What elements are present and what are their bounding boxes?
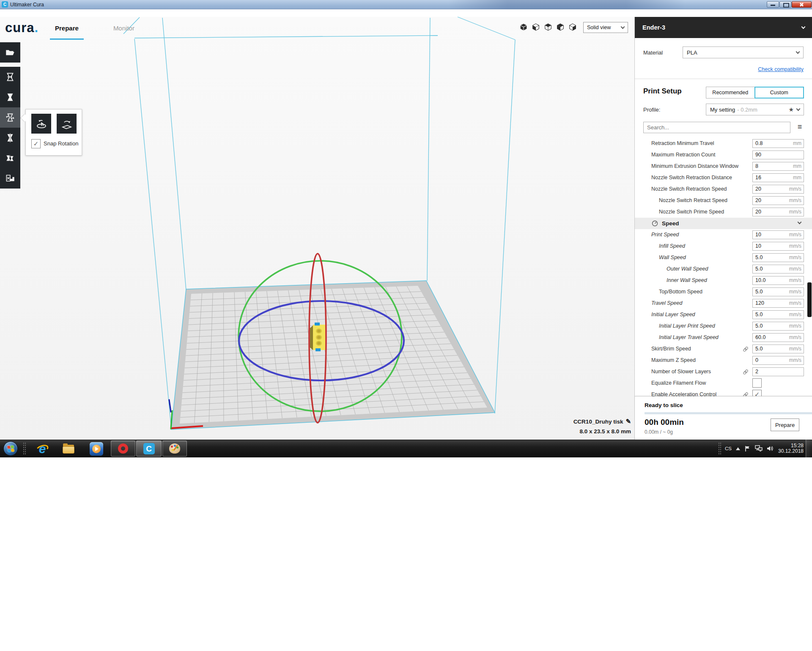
media-player-icon[interactable] bbox=[90, 442, 103, 456]
category-label: Speed bbox=[662, 218, 679, 229]
taskbar-paint-button[interactable] bbox=[162, 440, 187, 457]
custom-button[interactable]: Custom bbox=[754, 87, 804, 98]
setting-value-field[interactable]: 5.0mm/s bbox=[752, 345, 804, 353]
view-front-icon[interactable] bbox=[532, 23, 540, 31]
recommended-button[interactable]: Recommended bbox=[706, 87, 754, 98]
settings-category-speed[interactable]: Speed bbox=[635, 218, 812, 229]
settings-menu-icon[interactable]: ≡ bbox=[795, 122, 805, 133]
setting-value-field[interactable]: 20mm/s bbox=[752, 196, 804, 205]
maximize-button[interactable] bbox=[779, 1, 791, 8]
setting-value-field[interactable]: 5.0mm/s bbox=[752, 253, 804, 262]
taskbar-clock[interactable]: 15:28 30.12.2018 bbox=[778, 443, 804, 454]
internet-explorer-icon[interactable]: e bbox=[36, 442, 49, 456]
show-desktop-button[interactable] bbox=[806, 440, 812, 457]
setting-row: Nozzle Switch Retraction Speed20mm/s bbox=[635, 183, 812, 195]
scrollbar-thumb[interactable] bbox=[807, 282, 812, 317]
reset-rotation-icon bbox=[35, 118, 48, 130]
taskbar-opera-button[interactable] bbox=[111, 440, 135, 457]
windows-explorer-icon[interactable] bbox=[62, 442, 75, 456]
snap-rotation-checkbox[interactable]: ✓ bbox=[31, 139, 41, 148]
action-center-flag-icon[interactable] bbox=[744, 446, 751, 452]
stage-tabs: Prepare Monitor bbox=[50, 22, 140, 40]
language-indicator[interactable]: CS bbox=[725, 446, 732, 451]
search-input[interactable] bbox=[644, 122, 790, 133]
view-left-icon[interactable] bbox=[557, 23, 564, 31]
prepare-button[interactable]: Prepare bbox=[771, 418, 799, 431]
hidden-icons-arrow-icon[interactable] bbox=[736, 447, 740, 450]
setting-value-field[interactable]: 10.0mm/s bbox=[752, 276, 804, 285]
view-top-icon[interactable] bbox=[544, 23, 552, 31]
setting-value-field[interactable]: 0.8mm bbox=[752, 139, 804, 148]
setting-checkbox[interactable]: ✓ bbox=[752, 390, 762, 396]
tray-grip bbox=[718, 442, 721, 455]
material-dropdown[interactable]: PLA bbox=[683, 46, 804, 58]
view-mode-label: Solid view bbox=[587, 25, 611, 30]
setting-value-field[interactable]: 120mm/s bbox=[752, 299, 804, 308]
per-model-settings-button[interactable] bbox=[0, 148, 20, 168]
mirror-icon bbox=[5, 132, 16, 143]
sidebar: Ender-3 Material PLA Check compatibility… bbox=[634, 17, 812, 440]
setting-value-field[interactable]: 2 bbox=[752, 367, 804, 376]
lay-flat-button[interactable] bbox=[57, 114, 77, 134]
check-compatibility-link[interactable]: Check compatibility bbox=[758, 66, 804, 72]
tab-prepare[interactable]: Prepare bbox=[50, 22, 84, 40]
setting-row: Initial Layer Print Speed5.0mm/s bbox=[635, 320, 812, 332]
setting-value-field[interactable]: 5.0mm/s bbox=[752, 310, 804, 319]
setting-label: Outer Wall Speed bbox=[667, 263, 708, 275]
close-button[interactable] bbox=[792, 1, 812, 8]
setting-label: Number of Slower Layers bbox=[651, 366, 711, 377]
setting-value-field[interactable]: 20mm/s bbox=[752, 208, 804, 216]
mirror-tool-button[interactable] bbox=[0, 128, 20, 148]
rotate-options-popup: ✓ Snap Rotation bbox=[25, 109, 82, 156]
open-file-button[interactable] bbox=[0, 42, 20, 63]
chevron-down-icon bbox=[796, 50, 800, 54]
view-3d-icon[interactable] bbox=[520, 23, 527, 31]
linked-setting-icon bbox=[743, 369, 749, 375]
profile-dropdown[interactable]: My setting - 0.2mm ★ bbox=[706, 104, 804, 115]
material-value: PLA bbox=[687, 49, 697, 56]
move-icon bbox=[5, 71, 16, 82]
setting-value-field[interactable]: 5.0mm/s bbox=[752, 287, 804, 296]
rename-pencil-icon[interactable]: ✎ bbox=[625, 418, 631, 425]
setting-label: Nozzle Switch Retract Speed bbox=[659, 195, 727, 206]
setting-row: Top/Bottom Speed5.0mm/s bbox=[635, 286, 812, 298]
setting-value-field[interactable]: 10mm/s bbox=[752, 230, 804, 239]
setting-value-field[interactable]: 10mm/s bbox=[752, 242, 804, 251]
model-object[interactable] bbox=[310, 323, 326, 351]
setting-label: Initial Layer Print Speed bbox=[659, 320, 715, 332]
open-folder-icon bbox=[5, 47, 16, 58]
setting-label: Skirt/Brim Speed bbox=[651, 343, 691, 355]
desktop: C Ultimaker Cura FileEditViewSettingsExt… bbox=[0, 0, 812, 651]
reset-rotation-button[interactable] bbox=[31, 114, 51, 134]
model-dimensions: 8.0 x 23.5 x 8.0 mm bbox=[537, 428, 631, 435]
support-blocker-button[interactable] bbox=[0, 168, 20, 189]
tab-monitor[interactable]: Monitor bbox=[108, 22, 140, 40]
setting-value-field[interactable]: 20mm/s bbox=[752, 185, 804, 194]
setting-value-field[interactable]: 16mm bbox=[752, 173, 804, 182]
move-tool-button[interactable] bbox=[0, 67, 20, 87]
rotate-tool-button[interactable] bbox=[0, 107, 20, 128]
view-mode-dropdown[interactable]: Solid view bbox=[583, 22, 628, 33]
scale-tool-button[interactable] bbox=[0, 87, 20, 107]
printer-selector[interactable]: Ender-3 bbox=[635, 17, 812, 38]
minimize-button[interactable] bbox=[767, 1, 779, 8]
network-icon[interactable] bbox=[755, 445, 763, 452]
setup-mode-toggle: Recommended Custom bbox=[706, 87, 804, 98]
setting-value-field[interactable]: 60.0mm/s bbox=[752, 333, 804, 342]
setting-label: Maximum Z Speed bbox=[651, 355, 696, 366]
setting-value-field[interactable]: 90 bbox=[752, 150, 804, 159]
setting-checkbox[interactable] bbox=[752, 378, 762, 388]
setting-value-field[interactable]: 8mm bbox=[752, 162, 804, 171]
taskbar-cura-button[interactable]: C bbox=[136, 440, 162, 457]
progress-bar bbox=[645, 412, 812, 414]
start-button[interactable] bbox=[3, 441, 18, 456]
setting-value-field[interactable]: 0mm/s bbox=[752, 356, 804, 365]
model-info: CCR10_Druhy tisk✎ 8.0 x 23.5 x 8.0 mm bbox=[537, 418, 631, 435]
setting-value-field[interactable]: 5.0mm/s bbox=[752, 322, 804, 331]
view-right-icon[interactable] bbox=[569, 23, 576, 31]
setting-label: Travel Speed bbox=[651, 298, 682, 309]
volume-icon[interactable] bbox=[767, 445, 774, 452]
paint-icon bbox=[169, 443, 180, 454]
star-icon[interactable]: ★ bbox=[788, 106, 794, 113]
setting-value-field[interactable]: 5.0mm/s bbox=[752, 265, 804, 274]
